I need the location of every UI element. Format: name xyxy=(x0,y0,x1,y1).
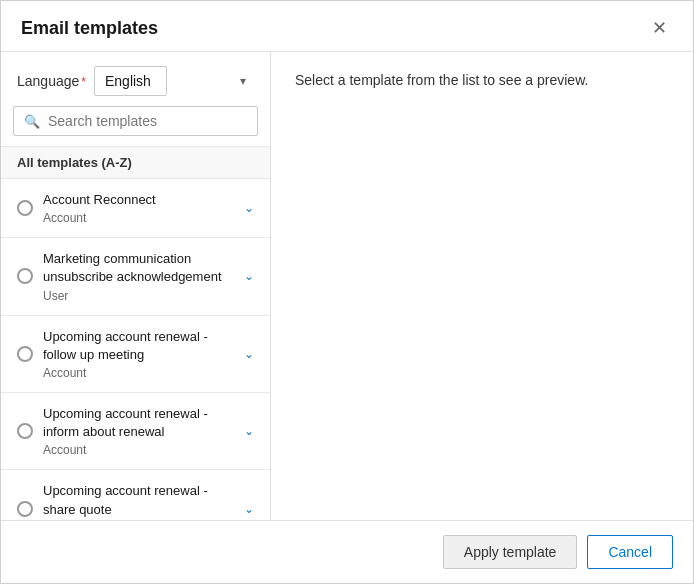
dialog-header: Email templates ✕ xyxy=(1,1,693,52)
radio-button[interactable] xyxy=(17,268,33,284)
chevron-down-icon[interactable]: ⌄ xyxy=(244,502,254,516)
apply-template-button[interactable]: Apply template xyxy=(443,535,578,569)
language-label: Language* xyxy=(17,73,86,89)
search-box: 🔍 xyxy=(13,106,258,136)
template-category: Account xyxy=(43,443,234,457)
templates-section-header: All templates (A-Z) xyxy=(1,146,270,179)
template-item[interactable]: Account Reconnect Account ⌄ xyxy=(1,179,270,238)
template-info: Upcoming account renewal - inform about … xyxy=(43,405,234,457)
radio-button[interactable] xyxy=(17,346,33,362)
language-selector-wrapper: English French German Spanish xyxy=(94,66,254,96)
template-category: Account xyxy=(43,211,234,225)
template-info: Marketing communication unsubscribe ackn… xyxy=(43,250,234,302)
required-star: * xyxy=(81,75,86,89)
preview-hint: Select a template from the list to see a… xyxy=(295,72,588,88)
chevron-down-icon[interactable]: ⌄ xyxy=(244,347,254,361)
radio-button[interactable] xyxy=(17,200,33,216)
search-input[interactable] xyxy=(48,113,247,129)
radio-button[interactable] xyxy=(17,423,33,439)
chevron-down-icon[interactable]: ⌄ xyxy=(244,201,254,215)
template-name: Upcoming account renewal - share quote xyxy=(43,482,234,518)
templates-list: Account Reconnect Account ⌄ Marketing co… xyxy=(1,179,270,520)
template-name: Upcoming account renewal - inform about … xyxy=(43,405,234,441)
template-item[interactable]: Upcoming account renewal - inform about … xyxy=(1,393,270,470)
template-info: Upcoming account renewal - share quote A… xyxy=(43,482,234,520)
left-panel: Language* English French German Spanish … xyxy=(1,52,271,520)
chevron-down-icon[interactable]: ⌄ xyxy=(244,269,254,283)
language-row: Language* English French German Spanish xyxy=(1,52,270,106)
language-select[interactable]: English French German Spanish xyxy=(94,66,167,96)
template-category: User xyxy=(43,289,234,303)
close-button[interactable]: ✕ xyxy=(646,17,673,39)
template-name: Upcoming account renewal - follow up mee… xyxy=(43,328,234,364)
dialog-body: Language* English French German Spanish … xyxy=(1,52,693,520)
template-info: Account Reconnect Account xyxy=(43,191,234,225)
template-item[interactable]: Marketing communication unsubscribe ackn… xyxy=(1,238,270,315)
search-icon: 🔍 xyxy=(24,114,40,129)
right-panel: Select a template from the list to see a… xyxy=(271,52,693,520)
chevron-down-icon[interactable]: ⌄ xyxy=(244,424,254,438)
dialog-title: Email templates xyxy=(21,18,158,39)
radio-button[interactable] xyxy=(17,501,33,517)
template-name: Account Reconnect xyxy=(43,191,234,209)
template-item[interactable]: Upcoming account renewal - follow up mee… xyxy=(1,316,270,393)
template-category: Account xyxy=(43,366,234,380)
dialog-footer: Apply template Cancel xyxy=(1,520,693,583)
template-item[interactable]: Upcoming account renewal - share quote A… xyxy=(1,470,270,520)
cancel-button[interactable]: Cancel xyxy=(587,535,673,569)
template-name: Marketing communication unsubscribe ackn… xyxy=(43,250,234,286)
email-templates-dialog: Email templates ✕ Language* English Fren… xyxy=(0,0,694,584)
template-info: Upcoming account renewal - follow up mee… xyxy=(43,328,234,380)
